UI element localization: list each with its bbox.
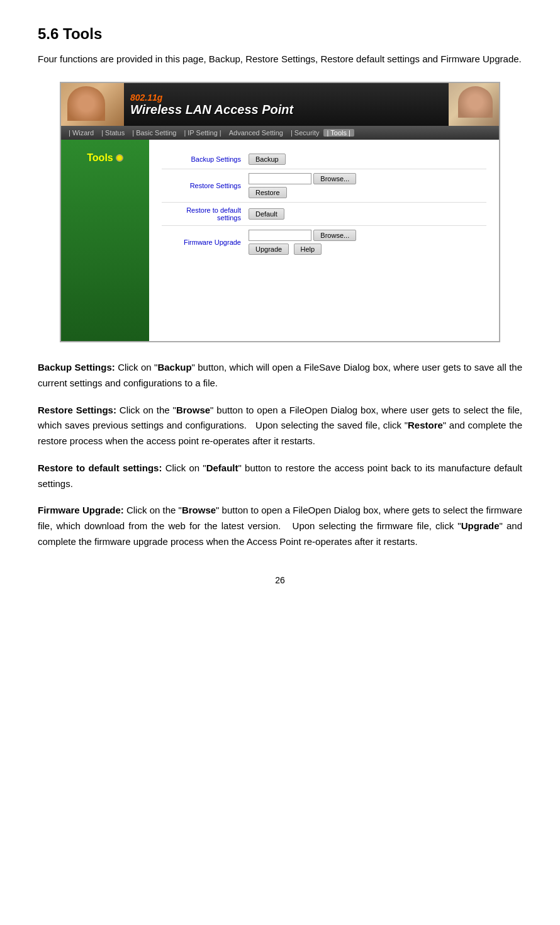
default-button[interactable]: Default: [249, 208, 284, 220]
backup-controls: Backup: [244, 150, 486, 169]
firmware-row: Firmware Upgrade Browse... Upgrade Help: [162, 226, 486, 259]
sidebar: Tools: [61, 140, 149, 341]
restore-browse-button[interactable]: Browse...: [313, 173, 356, 184]
banner-product: Wireless LAN Access Point: [130, 103, 449, 117]
screenshot-container: 802.11g Wireless LAN Access Point | Wiza…: [60, 82, 500, 342]
firmware-term: Firmware Upgrade:: [38, 505, 124, 515]
main-panel: Backup Settings Backup Restore Settings …: [149, 140, 499, 341]
default-row: Restore to defaultsettings Default: [162, 203, 486, 226]
sections-container: Backup Settings: Click on "Backup" butto…: [38, 360, 522, 550]
tools-icon: [116, 154, 123, 162]
backup-button[interactable]: Backup: [249, 154, 286, 165]
sidebar-tools-label: Tools: [87, 152, 123, 164]
restore-label: Restore Settings: [162, 169, 244, 203]
default-controls: Default: [244, 203, 486, 226]
router-banner: 802.11g Wireless LAN Access Point: [61, 83, 499, 126]
restore-term: Restore Settings:: [38, 405, 116, 415]
firmware-file-input[interactable]: [249, 230, 311, 241]
nav-tools[interactable]: | Tools |: [323, 129, 354, 137]
banner-model: 802.11g: [130, 92, 449, 103]
banner-photo-right: [449, 83, 499, 126]
nav-bar: | Wizard | Status | Basic Setting | IP S…: [61, 126, 499, 140]
restore-file-input[interactable]: [249, 173, 311, 184]
nav-security[interactable]: | Security: [287, 129, 323, 137]
firmware-label: Firmware Upgrade: [162, 226, 244, 259]
nav-status[interactable]: | Status: [98, 129, 128, 137]
default-section: Restore to default settings: Click on "D…: [38, 461, 522, 492]
help-button[interactable]: Help: [294, 244, 322, 255]
default-term: Restore to default settings:: [38, 462, 162, 473]
intro-paragraph: Four functions are provided in this page…: [38, 52, 522, 67]
restore-controls: Browse... Restore: [244, 169, 486, 203]
restore-button[interactable]: Restore: [249, 187, 287, 198]
banner-photo-left: [61, 83, 124, 126]
firmware-controls: Browse... Upgrade Help: [244, 226, 486, 259]
backup-label: Backup Settings: [162, 150, 244, 169]
firmware-browse-button[interactable]: Browse...: [313, 230, 356, 241]
restore-row: Restore Settings Browse... Restore: [162, 169, 486, 203]
settings-table: Backup Settings Backup Restore Settings …: [162, 150, 486, 259]
page-number: 26: [38, 575, 522, 585]
firmware-section: Firmware Upgrade: Click on the "Browse" …: [38, 503, 522, 549]
banner-text-area: 802.11g Wireless LAN Access Point: [124, 92, 449, 117]
restore-section: Restore Settings: Click on the "Browse" …: [38, 403, 522, 449]
nav-wizard[interactable]: | Wizard: [65, 129, 98, 137]
nav-basic-setting[interactable]: | Basic Setting: [128, 129, 180, 137]
default-label: Restore to defaultsettings: [162, 203, 244, 226]
backup-row: Backup Settings Backup: [162, 150, 486, 169]
backup-term: Backup Settings:: [38, 362, 115, 373]
screenshot-body: Tools Backup Settings Backup Rest: [61, 140, 499, 341]
section-heading: 5.6 Tools: [38, 25, 522, 43]
nav-ip-setting[interactable]: | IP Setting |: [180, 129, 225, 137]
backup-section: Backup Settings: Click on "Backup" butto…: [38, 360, 522, 391]
nav-advanced-setting[interactable]: Advanced Setting: [225, 129, 287, 137]
upgrade-button[interactable]: Upgrade: [249, 244, 289, 255]
